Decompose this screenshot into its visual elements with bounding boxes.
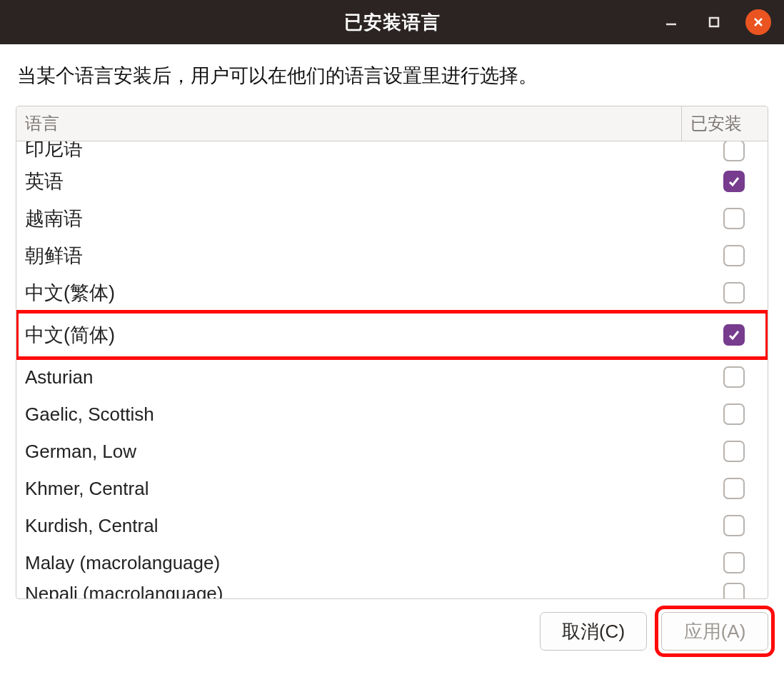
- table-row[interactable]: 印尼语: [16, 141, 768, 163]
- language-label: 朝鲜语: [25, 243, 723, 269]
- installed-checkbox[interactable]: [723, 171, 745, 192]
- language-label: 中文(简体): [25, 322, 723, 348]
- description-text: 当某个语言安装后，用户可以在他们的语言设置里进行选择。: [16, 63, 768, 89]
- installed-checkbox[interactable]: [723, 583, 745, 598]
- titlebar: 已安装语言: [0, 0, 784, 44]
- maximize-button[interactable]: [703, 11, 725, 34]
- language-label: 英语: [25, 169, 723, 194]
- installed-checkbox[interactable]: [723, 141, 745, 161]
- apply-button[interactable]: 应用(A): [661, 612, 768, 651]
- minimize-button[interactable]: [660, 11, 683, 34]
- table-row[interactable]: 越南语: [16, 200, 768, 237]
- table-row[interactable]: 中文(简体): [16, 311, 768, 358]
- installed-checkbox[interactable]: [723, 366, 745, 388]
- installed-checkbox[interactable]: [723, 245, 745, 266]
- language-label: 越南语: [25, 206, 723, 231]
- table-header: 语言 已安装: [16, 106, 768, 141]
- language-list[interactable]: 印尼语英语越南语朝鲜语中文(繁体)中文(简体)AsturianGaelic, S…: [16, 141, 768, 598]
- table-row[interactable]: Khmer, Central: [16, 470, 768, 507]
- window-title: 已安装语言: [344, 10, 441, 35]
- dialog-content: 当某个语言安装后，用户可以在他们的语言设置里进行选择。 语言 已安装 印尼语英语…: [0, 44, 784, 599]
- installed-checkbox[interactable]: [723, 552, 745, 573]
- column-header-installed[interactable]: 已安装: [682, 106, 768, 141]
- svg-rect-1: [710, 18, 718, 26]
- window-controls: [660, 0, 771, 44]
- installed-checkbox[interactable]: [723, 441, 745, 462]
- installed-checkbox[interactable]: [723, 324, 745, 346]
- language-table: 语言 已安装 印尼语英语越南语朝鲜语中文(繁体)中文(简体)AsturianGa…: [16, 106, 768, 599]
- table-row[interactable]: 朝鲜语: [16, 237, 768, 274]
- installed-checkbox[interactable]: [723, 403, 745, 425]
- table-row[interactable]: Kurdish, Central: [16, 507, 768, 544]
- installed-checkbox[interactable]: [723, 478, 745, 499]
- table-row[interactable]: German, Low: [16, 433, 768, 470]
- language-label: 印尼语: [25, 141, 723, 161]
- column-header-language[interactable]: 语言: [16, 106, 682, 141]
- table-row[interactable]: 英语: [16, 163, 768, 200]
- language-label: Kurdish, Central: [25, 515, 723, 537]
- language-label: Gaelic, Scottish: [25, 403, 723, 426]
- table-row[interactable]: Gaelic, Scottish: [16, 396, 768, 433]
- language-label: German, Low: [25, 441, 723, 463]
- language-label: Nepali (macrolanguage): [25, 583, 723, 598]
- table-row[interactable]: Malay (macrolanguage): [16, 544, 768, 581]
- installed-checkbox[interactable]: [723, 515, 745, 536]
- installed-checkbox[interactable]: [723, 282, 745, 304]
- language-label: Khmer, Central: [25, 478, 723, 500]
- table-row[interactable]: Nepali (macrolanguage): [16, 581, 768, 598]
- installed-checkbox[interactable]: [723, 208, 745, 229]
- cancel-button[interactable]: 取消(C): [540, 612, 647, 651]
- language-label: Asturian: [25, 366, 723, 388]
- table-row[interactable]: Asturian: [16, 358, 768, 396]
- language-label: Malay (macrolanguage): [25, 552, 723, 574]
- language-label: 中文(繁体): [25, 280, 723, 306]
- close-button[interactable]: [745, 9, 771, 35]
- apply-button-highlight: 应用(A): [661, 612, 768, 651]
- table-row[interactable]: 中文(繁体): [16, 274, 768, 311]
- dialog-footer: 取消(C) 应用(A): [0, 599, 784, 651]
